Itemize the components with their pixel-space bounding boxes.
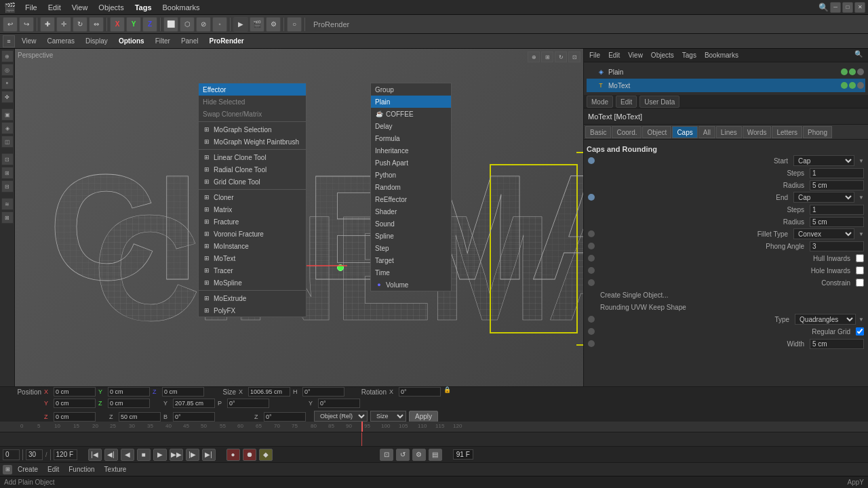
edge-mode-btn[interactable]: ⊘ xyxy=(196,17,211,32)
render-view-btn[interactable]: 🎬 xyxy=(250,17,264,32)
effector-step[interactable]: Step xyxy=(371,242,451,254)
attr-tab-coord[interactable]: Coord. xyxy=(612,126,642,138)
obj-menu-bookmarks[interactable]: Bookmarks xyxy=(702,52,741,59)
obj-menu-file[interactable]: File xyxy=(587,52,603,59)
mograph-motext[interactable]: ⊞ MoText xyxy=(199,252,306,264)
object-mode-btn[interactable]: ⬜ xyxy=(163,17,178,32)
menu-tags[interactable]: Tags xyxy=(130,0,157,15)
attr-tab-basic[interactable]: Basic xyxy=(585,126,611,138)
y-pos-input[interactable] xyxy=(108,387,150,396)
attr-tab-lines[interactable]: Lines xyxy=(716,126,742,138)
play-reverse-btn[interactable]: ◀ xyxy=(121,449,134,461)
current-frame-input[interactable] xyxy=(26,449,43,460)
rot-y-input[interactable] xyxy=(318,399,360,408)
start-steps-input[interactable] xyxy=(810,168,864,178)
menu-objects[interactable]: Objects xyxy=(93,0,129,15)
z-size-input[interactable] xyxy=(119,412,161,422)
sidebar-btn-6[interactable]: ◈ xyxy=(1,122,14,134)
mode-panel[interactable]: Panel xyxy=(177,37,203,45)
attr-tab-caps[interactable]: Caps xyxy=(672,126,697,138)
mograph-hide-selected[interactable]: Hide Selected xyxy=(199,96,306,108)
obj-menu-objects[interactable]: Objects xyxy=(648,52,677,59)
mograph-mospline[interactable]: ⊞ MoSpline xyxy=(199,277,306,289)
effector-shader[interactable]: Shader xyxy=(371,205,451,218)
mode-options[interactable]: Options xyxy=(115,37,149,45)
effector-time[interactable]: Time xyxy=(371,266,451,279)
sphere-btn[interactable]: ○ xyxy=(287,17,302,32)
redo-btn[interactable]: ↪ xyxy=(19,17,34,32)
record-btn[interactable]: ● xyxy=(226,449,240,461)
next-keyframe-btn[interactable]: |▶ xyxy=(186,449,199,461)
ipr-btn[interactable]: ↺ xyxy=(396,449,410,461)
mograph-grid-clone[interactable]: ⊞ Grid Clone Tool xyxy=(199,176,306,188)
mograph-voronoi-fracture[interactable]: ⊞ Voronoi Fracture xyxy=(199,228,306,240)
window-close-btn[interactable]: ✕ xyxy=(854,2,865,13)
x-size-input[interactable] xyxy=(248,387,290,396)
keyframe-btn[interactable]: ◆ xyxy=(259,449,273,461)
menu-bookmarks[interactable]: Bookmarks xyxy=(157,0,205,15)
phong-angle-input[interactable] xyxy=(810,241,864,251)
sidebar-btn-12[interactable]: ⊠ xyxy=(1,211,14,224)
bottom-function[interactable]: Function xyxy=(64,465,98,474)
start-value-select[interactable]: Cap xyxy=(793,155,854,166)
mode-cameras[interactable]: Cameras xyxy=(43,37,79,45)
effector-plain[interactable]: Plain xyxy=(371,96,451,108)
window-max-btn[interactable]: □ xyxy=(842,2,853,13)
hull-inwards-checkbox[interactable] xyxy=(856,254,864,262)
obj-menu-view[interactable]: View xyxy=(625,52,646,59)
prev-keyframe-btn[interactable]: ◀| xyxy=(104,449,118,461)
render-queue-btn[interactable]: ▤ xyxy=(429,449,442,461)
effector-push-apart[interactable]: Push Apart xyxy=(371,157,451,169)
vp-nav-rotate[interactable]: ↻ xyxy=(555,52,567,62)
attr-mode-tab[interactable]: Mode xyxy=(587,96,613,108)
window-min-btn[interactable]: ─ xyxy=(830,2,841,13)
stop-btn[interactable]: ■ xyxy=(137,449,151,461)
obj-row-plain[interactable]: ◈ Plain xyxy=(587,65,865,79)
y-axis-btn[interactable]: Y xyxy=(126,17,141,32)
mode-prorender[interactable]: ProRender xyxy=(205,37,248,45)
mograph-matrix[interactable]: ⊞ Matrix xyxy=(199,203,306,216)
last-frame-btn[interactable]: ▶| xyxy=(202,449,216,461)
point-mode-btn[interactable]: ◦ xyxy=(212,17,227,32)
motext-vis-btn2[interactable] xyxy=(849,82,856,89)
motext-vis-btn1[interactable] xyxy=(841,82,848,89)
z-pos-input2[interactable] xyxy=(108,399,150,408)
sidebar-btn-5[interactable]: ▣ xyxy=(1,108,14,121)
play-forward-btn[interactable]: ▶▶ xyxy=(170,449,183,461)
sidebar-btn-1[interactable]: ⊕ xyxy=(1,50,14,62)
b-size-input[interactable] xyxy=(173,412,215,422)
effector-formula[interactable]: Formula xyxy=(371,132,451,144)
transform-mode-select[interactable]: Size Scale xyxy=(370,411,406,422)
sidebar-btn-7[interactable]: ◫ xyxy=(1,136,14,148)
sidebar-btn-2[interactable]: ◎ xyxy=(1,64,14,76)
obj-menu-edit[interactable]: Edit xyxy=(606,52,623,59)
end-steps-input[interactable] xyxy=(810,205,864,215)
plain-vis-btn2[interactable] xyxy=(849,68,856,75)
effector-inheritance[interactable]: Inheritance xyxy=(371,144,451,157)
type-select[interactable]: Quadrangles xyxy=(795,314,856,325)
bottom-create[interactable]: Create xyxy=(14,465,42,474)
effector-spline[interactable]: Spline xyxy=(371,230,451,242)
sidebar-btn-4[interactable]: ✤ xyxy=(1,91,14,103)
render-settings-btn[interactable]: ⚙ xyxy=(266,17,281,32)
sidebar-btn-10[interactable]: ⊟ xyxy=(1,180,14,192)
mode-filter[interactable]: Filter xyxy=(151,37,174,45)
rot-x-input[interactable] xyxy=(399,387,441,396)
render-settings-pb-btn[interactable]: ⚙ xyxy=(412,449,426,461)
y-pos-input2[interactable] xyxy=(54,399,96,408)
attr-edit-tab[interactable]: Edit xyxy=(616,96,637,108)
mograph-swap-cloner[interactable]: Swap Cloner/Matrix xyxy=(199,108,306,120)
mograph-mograph-selection[interactable]: ⊞ MoGraph Selection xyxy=(199,123,306,136)
obj-row-motext[interactable]: T MoText xyxy=(587,79,865,92)
lock-btn[interactable]: 🔒 xyxy=(443,386,454,397)
y-size-input[interactable] xyxy=(173,399,215,408)
x-pos-input[interactable] xyxy=(54,387,96,396)
z-pos-input3[interactable] xyxy=(54,412,96,422)
mograph-weight-paintbrush[interactable]: ⊞ MoGraph Weight Paintbrush xyxy=(199,136,306,148)
mode-view[interactable]: View xyxy=(18,37,41,45)
mode-icon[interactable]: ≡ xyxy=(3,35,15,47)
mograph-radial-clone[interactable]: ⊞ Radial Clone Tool xyxy=(199,163,306,176)
start-radius-input[interactable] xyxy=(810,180,864,190)
vp-nav-zoom[interactable]: ⊞ xyxy=(541,52,553,62)
move-btn[interactable]: ✛ xyxy=(56,17,71,32)
